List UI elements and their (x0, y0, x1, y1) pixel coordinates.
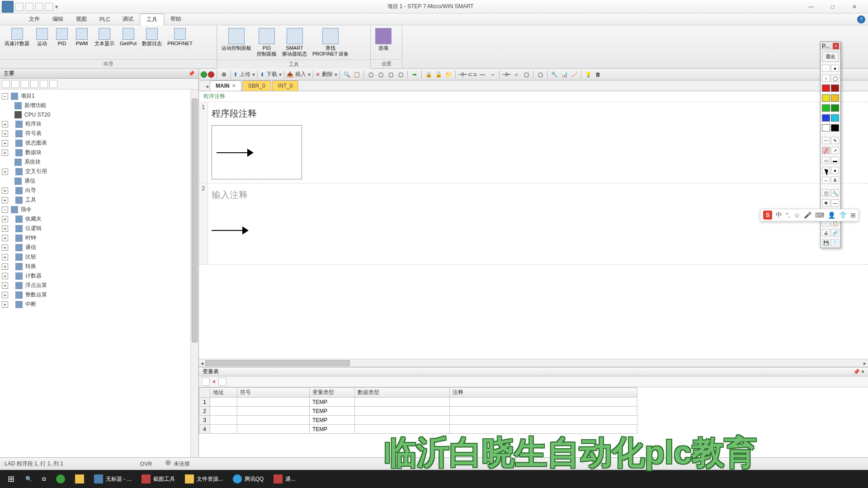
ime-mic-icon[interactable]: 🎤 (804, 211, 811, 219)
ime-keyboard-icon[interactable]: ⌨ (815, 211, 824, 219)
col-symbol[interactable]: 符号 (237, 388, 310, 398)
tree-compare[interactable]: +比较 (2, 252, 197, 262)
ime-lang[interactable]: 中 (776, 211, 782, 219)
tb-btn-2[interactable] (11, 80, 19, 88)
delete-button[interactable]: 删除 (321, 70, 334, 78)
rung-2-comment[interactable]: 输入注释 (212, 187, 864, 203)
tree-data-block[interactable]: +数据块 (2, 148, 197, 157)
color-black[interactable] (831, 124, 839, 131)
tb-btn-1[interactable] (2, 80, 10, 88)
et-icon-1[interactable]: 🔍 (342, 70, 351, 79)
tree-scrollbar[interactable] (190, 89, 198, 457)
et-icon-11[interactable]: ⊣⊢ (502, 70, 511, 79)
tree-root[interactable]: −项目1 (2, 91, 197, 101)
stop-button[interactable] (208, 71, 214, 78)
ribbon-pwm[interactable]: PWM (72, 27, 92, 47)
minus-tool-icon[interactable]: — (831, 199, 839, 206)
tree-program-block[interactable]: +程序块 (2, 119, 197, 129)
save-tool-icon[interactable]: 💾 (822, 239, 830, 246)
line-tool-icon[interactable]: ╱ (822, 147, 830, 154)
menu-view[interactable]: 视图 (70, 14, 93, 25)
et-icon-12[interactable]: ○ (512, 70, 521, 79)
ribbon-text[interactable]: 文本显示 (92, 27, 117, 47)
tree-status-chart[interactable]: +状态图表 (2, 138, 197, 148)
color-darkred[interactable] (831, 84, 839, 92)
et-icon-7[interactable]: ➡ (410, 70, 419, 79)
var-tb-1[interactable] (202, 378, 210, 386)
insert-button[interactable]: 插入 (294, 70, 307, 78)
zoom-tool-icon[interactable]: 🔍 (831, 189, 839, 197)
var-tb-x[interactable]: × (212, 379, 216, 385)
share-tool-icon[interactable]: 🔗 (831, 229, 839, 236)
ime-bar[interactable]: S 中 °, ☺ 🎤 ⌨ 👤 👕 ⊞ (760, 209, 859, 221)
var-close-icon[interactable]: × (861, 369, 864, 375)
tree-comm[interactable]: 通信 (2, 176, 197, 186)
close-button[interactable]: ✕ (846, 2, 863, 11)
ribbon-motion[interactable]: 运动 (32, 27, 52, 47)
var-pin-icon[interactable]: 📌 (853, 369, 860, 375)
move-tool-icon[interactable]: ✥ (822, 199, 830, 206)
qat-print-icon[interactable] (45, 3, 53, 11)
ime-punct-icon[interactable]: °, (786, 211, 790, 219)
tree-bit-logic[interactable]: +位逻辑 (2, 224, 197, 233)
minimize-button[interactable]: — (803, 2, 819, 11)
fillellipse-tool-icon[interactable]: ● (831, 167, 839, 174)
upload-button[interactable]: 上传 (239, 70, 251, 78)
project-tree[interactable]: −项目1 新增功能 CPU ST20 +程序块 +符号表 +状态图表 +数据块 … (0, 89, 198, 457)
et-icon-16[interactable]: 📊 (560, 70, 569, 79)
compile-button[interactable]: ⚙ (219, 70, 228, 79)
et-icon-3[interactable]: ▢ (366, 70, 375, 79)
color-darkgreen[interactable] (831, 104, 839, 112)
col-addr[interactable]: 地址 (210, 388, 237, 398)
ribbon-options[interactable]: 选项 (373, 27, 394, 52)
taskbar-search[interactable]: 🔍 (21, 472, 37, 486)
menu-file[interactable]: 文件 (23, 14, 46, 25)
rung-1[interactable]: 1 程序段注释 (199, 102, 868, 183)
col-datatype[interactable]: 数据类型 (355, 388, 450, 398)
color-orange[interactable] (831, 94, 839, 102)
tree-cross-ref[interactable]: +交叉引用 (2, 167, 197, 176)
qat-open-icon[interactable] (25, 3, 33, 11)
taskbar[interactable]: ⊞ 🔍 ⧉ 无标题 - ... 截图工具 文件资源... 腾讯QQ 通... (0, 470, 868, 488)
et-icon-18[interactable]: 💡 (584, 70, 593, 79)
et-icon-6[interactable]: ▢ (396, 70, 405, 79)
ladder-element[interactable] (212, 125, 302, 179)
tree-cpu[interactable]: CPU ST20 (2, 110, 197, 119)
et-contact-icon[interactable]: ⊣⊢ (458, 70, 467, 79)
tab-sbr[interactable]: SBR_0 (242, 80, 271, 91)
ribbon-hsc[interactable]: 高速计数器 (2, 27, 32, 47)
variable-table[interactable]: 地址 符号 变量类型 数据类型 注释 1TEMP 2TEMP 3TEMP 4TE… (199, 387, 868, 457)
tb-btn-5[interactable] (40, 80, 48, 88)
run-button[interactable] (201, 71, 207, 78)
color-yellow[interactable] (822, 94, 830, 102)
ribbon-datalog[interactable]: 数据日志 (139, 27, 165, 47)
ribbon-pid-panel[interactable]: PID 控制面板 (254, 27, 279, 58)
taskbar-app-snip[interactable]: 截图工具 (137, 472, 179, 486)
tree-symbol-table[interactable]: +符号表 (2, 129, 197, 138)
crop-tool-icon[interactable]: ◫ (822, 189, 830, 197)
ime-logo-icon[interactable]: S (763, 211, 772, 220)
tree-int[interactable]: +整数运算 (2, 290, 197, 300)
dot-large-icon[interactable]: ● (831, 65, 839, 72)
arrow-tool-icon[interactable]: ↗ (831, 147, 839, 154)
color-cyan[interactable] (831, 114, 839, 122)
circle-small-icon[interactable]: ○ (822, 75, 830, 82)
tab-close-icon[interactable]: × (232, 83, 236, 89)
tree-tools[interactable]: +工具 (2, 195, 197, 205)
ribbon-smart[interactable]: SMART 驱动器组态 (279, 27, 310, 58)
info-tool-icon[interactable]: ⓘ (831, 239, 839, 246)
color-blue[interactable] (822, 114, 830, 122)
tree-convert[interactable]: +转换 (2, 262, 197, 271)
ribbon-profinet[interactable]: PROFINET (165, 27, 195, 47)
et-arrow-icon[interactable]: → (488, 70, 497, 79)
tree-wizard[interactable]: +向导 (2, 186, 197, 195)
pen-tool-icon[interactable]: 〰 (822, 137, 830, 144)
et-icon-5[interactable]: ▢ (386, 70, 395, 79)
hscroll-thumb[interactable] (205, 360, 350, 366)
rect-tool-icon[interactable]: ▭ (822, 157, 830, 164)
tab-nav-left[interactable]: ◂ (204, 82, 210, 91)
tree-new-feature[interactable]: 新增功能 (2, 101, 197, 110)
fillrect-tool-icon[interactable]: ▬ (831, 157, 839, 164)
rung-1-comment[interactable]: 程序段注释 (212, 106, 864, 122)
tab-int[interactable]: INT_0 (272, 80, 299, 91)
